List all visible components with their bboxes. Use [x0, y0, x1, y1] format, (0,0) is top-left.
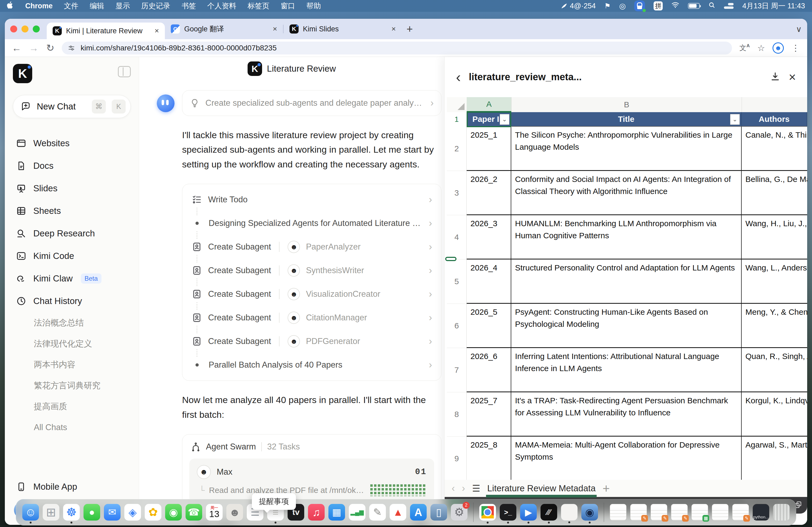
statusbar-clock[interactable]: 4月13日 周一 11:43 — [742, 1, 805, 11]
header-cell-paper-id[interactable]: Paper ID ⌄ — [467, 112, 511, 127]
sidebar-collapse-icon[interactable] — [118, 66, 131, 77]
dock-window-preview[interactable] — [651, 504, 667, 521]
back-chevron-icon[interactable]: ‹ — [456, 70, 461, 84]
row-number[interactable]: 5 — [447, 259, 467, 304]
dock-keynote-icon[interactable]: ▦ — [329, 504, 345, 521]
dock-window-preview[interactable] — [671, 504, 688, 521]
new-tab-button[interactable]: + — [407, 23, 413, 35]
row-number[interactable]: 9 — [447, 437, 467, 480]
dock-finder-icon[interactable]: ☺ — [22, 504, 39, 521]
cell-paper-id[interactable]: 2026_3 — [467, 215, 511, 259]
dock-window-preview[interactable] — [630, 504, 647, 521]
menu-item[interactable]: 历史记录 — [141, 1, 170, 11]
statusbar-search-icon[interactable] — [708, 2, 715, 11]
dock-rocket-icon[interactable]: ▲ — [390, 504, 406, 521]
menu-item[interactable]: 编辑 — [90, 1, 104, 11]
tab-kimi-literature-review[interactable]: K Kimi | Literature Review × — [47, 22, 165, 39]
close-tab-icon[interactable]: × — [273, 25, 277, 33]
cell-authors[interactable]: Quan, R., Singh, A., & Pa — [742, 348, 807, 392]
dock-facetime-icon[interactable]: ◉ — [165, 504, 182, 521]
column-letter-a[interactable]: A — [467, 97, 511, 112]
close-window-button[interactable] — [10, 26, 17, 32]
dock-music-icon[interactable]: ♫ — [308, 504, 325, 521]
menu-item[interactable]: 帮助 — [306, 1, 321, 11]
minimize-window-button[interactable] — [21, 26, 28, 32]
dock-calendar-icon[interactable]: 周一 13 — [206, 504, 222, 521]
dock-window-preview[interactable] — [732, 504, 749, 521]
statusbar-ring-icon[interactable]: ◎ — [619, 2, 626, 11]
back-button[interactable]: ← — [12, 42, 21, 54]
thought-summary-card[interactable]: Create specialized sub-agents and delega… — [182, 90, 441, 116]
statusbar-wifi-icon[interactable] — [671, 2, 679, 10]
zoom-window-button[interactable] — [33, 26, 40, 32]
column-letter-b[interactable]: B — [511, 97, 742, 112]
cell-authors[interactable]: Wang, L., Anderson, T., P — [742, 259, 807, 304]
sheet-next-chevron[interactable]: › — [462, 483, 465, 494]
chevron-right-icon[interactable]: › — [431, 97, 434, 109]
dock-settings-icon[interactable]: ⚙ 2 — [451, 504, 467, 521]
dock-safari-icon[interactable]: ☸ — [63, 504, 80, 521]
spreadsheet-grid[interactable]: A B 1 Paper ID ⌄ Title ⌄ — [445, 97, 807, 480]
dock-send-app-icon[interactable]: ▶ — [520, 504, 537, 521]
task-create-subagent[interactable]: Create Subagent ☻ SynthesisWriter› — [191, 262, 432, 278]
statusbar-input-method[interactable]: 拼 — [654, 1, 663, 11]
sidebar-item-docs[interactable]: Docs — [13, 154, 131, 177]
header-cell-authors[interactable]: Authors — [742, 112, 807, 127]
menu-item[interactable]: 标签页 — [248, 1, 269, 11]
task-create-subagent[interactable]: Create Subagent ☻ CitationManager› — [191, 310, 432, 326]
apple-menu-icon[interactable] — [7, 1, 14, 11]
statusbar-control-center-icon[interactable] — [724, 3, 734, 9]
select-all-corner[interactable] — [447, 97, 467, 112]
dock-device-icon[interactable]: ▯ — [431, 504, 447, 521]
sheet-list-icon[interactable]: ☰ — [472, 483, 480, 494]
dock-terminal-icon[interactable]: >_ — [500, 504, 516, 521]
row-number[interactable]: 8 — [447, 392, 467, 437]
menu-app-name[interactable]: Chrome — [25, 2, 53, 10]
filter-dropdown-icon[interactable]: ⌄ — [500, 114, 509, 125]
browser-profile-avatar[interactable]: ☻ — [772, 42, 784, 54]
kimi-logo[interactable]: K — [13, 64, 32, 83]
translate-icon[interactable]: 文A — [740, 43, 750, 52]
cell-paper-id[interactable]: 2025_1 — [467, 127, 511, 171]
menu-item[interactable]: 个人资料 — [207, 1, 236, 11]
task-parallel-batch[interactable]: Parallel Batch Analysis of 40 Papers› — [191, 357, 432, 373]
cell-paper-id[interactable]: 2026_5 — [467, 304, 511, 348]
bookmark-star-icon[interactable]: ☆ — [757, 43, 765, 53]
new-chat-button[interactable]: New Chat ⌘ K — [13, 95, 131, 118]
cell-authors[interactable]: Bellina, G., De Marzo, S. — [742, 171, 807, 215]
dock-messages-icon[interactable]: ● — [84, 504, 100, 521]
close-panel-icon[interactable]: × — [789, 70, 796, 84]
tab-kimi-slides[interactable]: K Kimi Slides × — [284, 21, 402, 37]
dock-separator[interactable] — [604, 502, 604, 522]
dock-stocks-icon[interactable]: ▂▄▆ — [349, 504, 365, 521]
sheet-prev-chevron[interactable]: ‹ — [452, 483, 455, 494]
cell-authors[interactable]: Korgul, K., Lindqvist, M., — [742, 392, 807, 437]
chat-history-item[interactable]: 繁花方言词典研究 — [13, 375, 131, 396]
cell-title[interactable]: PsyAgent: Constructing Human-Like Agents… — [511, 304, 742, 348]
statusbar-flag-icon[interactable]: ⚑ — [605, 2, 611, 10]
task-designing-agents[interactable]: Designing Specialized Agents for Automat… — [191, 215, 432, 231]
header-cell-title[interactable]: Title ⌄ — [511, 112, 742, 127]
dock-window-preview[interactable] — [712, 504, 728, 521]
dock-texteditor-icon[interactable]: ✎ — [369, 504, 386, 521]
dock-mail-icon[interactable]: ✉ — [104, 504, 120, 521]
sidebar-item-kimi-claw[interactable]: Kimi Claw Beta — [13, 267, 131, 290]
sidebar-item-mobile-app[interactable]: Mobile App — [13, 476, 131, 498]
dock-white-app-icon[interactable] — [561, 504, 578, 521]
row-number[interactable]: 4 — [447, 215, 467, 259]
cell-title[interactable]: Inferring Latent Intentions: Attribution… — [511, 348, 742, 392]
row-number[interactable]: 7 — [447, 348, 467, 392]
browser-menu-icon[interactable]: ⋮ — [791, 43, 800, 53]
chat-history-item[interactable]: 法治概念总结 — [13, 312, 131, 333]
sidebar-item-chat-history[interactable]: Chat History — [13, 290, 131, 312]
tab-google-translate[interactable]: G Google 翻译 × — [165, 21, 283, 37]
row-number[interactable]: 6 — [447, 304, 467, 348]
chat-history-item[interactable]: 两本书内容 — [13, 354, 131, 375]
dock-trash-icon[interactable] — [773, 504, 790, 521]
dock-launchpad-icon[interactable]: ⊞ — [43, 504, 59, 521]
dock-separator[interactable] — [473, 502, 474, 522]
dock-photos-icon[interactable]: ✿ — [145, 504, 161, 521]
statusbar-vpn-lock-icon[interactable] — [634, 1, 645, 11]
menu-item[interactable]: 书签 — [182, 1, 196, 11]
sidebar-item-sheets[interactable]: Sheets — [13, 200, 131, 222]
